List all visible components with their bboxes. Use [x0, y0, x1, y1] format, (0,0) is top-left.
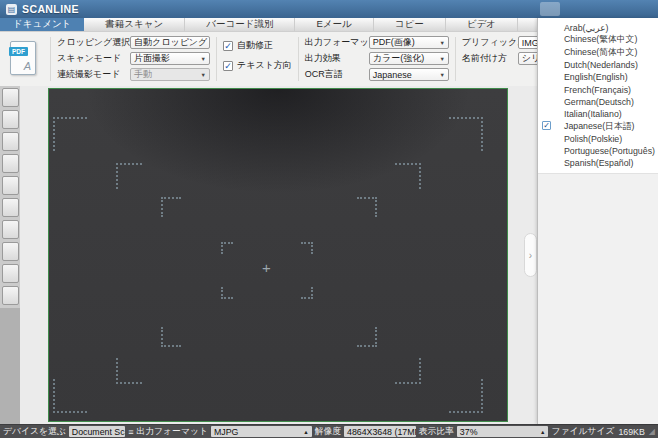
- app-title: SCANLINE: [22, 3, 79, 15]
- setting-combo[interactable]: Japanese ▼: [369, 68, 449, 81]
- pdf-file-icon: PDF A: [10, 41, 36, 75]
- chevron-down-icon: ▼: [439, 72, 444, 78]
- language-menu: Arab(عربي) Chinese(繁体中文) Chinese(简体中文) D…: [538, 18, 658, 173]
- output-format-select: 出力フォーマット PDF(画像) ▼: [305, 36, 449, 49]
- device-select[interactable]: Document Sca ▲: [69, 426, 125, 437]
- center-crosshair: +: [262, 259, 271, 276]
- size-marker-corner: [221, 287, 233, 299]
- setting-label: スキャンモード: [57, 52, 130, 65]
- lang-french[interactable]: French(Français): [538, 83, 658, 95]
- size-marker-corner: [357, 327, 377, 347]
- setting-label: 出力効果: [305, 52, 369, 65]
- resolution-label: 解像度: [315, 426, 341, 438]
- chevron-right-icon: ›: [529, 250, 532, 261]
- titlebar: ▤ SCANLINE: [0, 0, 658, 18]
- size-marker-corner: [116, 358, 142, 384]
- check-icon: [542, 35, 551, 44]
- check-icon: [542, 97, 551, 106]
- setting-label: プリフィックス: [462, 36, 518, 49]
- panel-collapse-handle[interactable]: ›: [524, 233, 537, 277]
- chevron-down-icon: ▼: [201, 72, 206, 78]
- resize-grip-icon[interactable]: ◢: [649, 427, 655, 436]
- checkbox-column: ✓ 自動修正 ✓ テキスト方向: [223, 35, 292, 72]
- lang-chinese-traditional[interactable]: Chinese(繁体中文): [538, 34, 658, 46]
- output-format-preview: PDF A: [2, 35, 44, 81]
- tab-book-scan[interactable]: 書籍スキャン: [84, 18, 185, 31]
- app-window: ▤ SCANLINE ドキュメント書籍スキャンバーコード識別Eメールコピービデオ…: [0, 0, 658, 438]
- settings-column-2: 出力フォーマット PDF(画像) ▼ 出力効果 カラー(強化) ▼ OCR言語 …: [305, 35, 449, 81]
- check-icon: [542, 158, 551, 167]
- setting-combo[interactable]: PDF(画像) ▼: [369, 36, 449, 49]
- setting-label: クロッピング選択: [57, 36, 130, 49]
- setting-combo[interactable]: カラー(強化) ▼: [369, 52, 449, 65]
- check-icon: [542, 146, 551, 155]
- device-settings-icon[interactable]: ≡: [128, 427, 133, 437]
- lang-spanish[interactable]: Spanish(Español): [538, 157, 658, 169]
- check-icon: [542, 23, 551, 32]
- setting-combo[interactable]: 手動 ▼: [130, 68, 210, 81]
- chevron-up-icon: ▲: [303, 429, 308, 435]
- lang-polish[interactable]: Polish(Polskie): [538, 133, 658, 145]
- gear-icon[interactable]: [563, 2, 583, 16]
- language-panel: Arab(عربي) Chinese(繁体中文) Chinese(简体中文) D…: [537, 18, 658, 424]
- checkbox-icon: ✓: [223, 61, 233, 71]
- resolution-select[interactable]: 4864X3648 (17MP) ▲: [344, 426, 416, 437]
- stamp-icon[interactable]: [2, 198, 19, 217]
- check-icon: [542, 72, 551, 81]
- actual-size-icon[interactable]: [2, 176, 19, 195]
- minimize-icon[interactable]: [586, 2, 606, 16]
- camera-icon[interactable]: [2, 286, 19, 305]
- checkbox-icon: ✓: [223, 41, 233, 51]
- tab-copy[interactable]: コピー: [374, 18, 446, 31]
- lang-portuguese[interactable]: Portuguese(Português): [538, 145, 658, 157]
- setting-label: 出力フォーマット: [305, 36, 369, 49]
- format-select[interactable]: MJPG ▲: [211, 426, 312, 437]
- check-icon: [542, 84, 551, 93]
- lang-chinese-simplified[interactable]: Chinese(简体中文): [538, 47, 658, 59]
- close-icon[interactable]: [632, 2, 652, 16]
- size-marker-corner: [449, 379, 483, 413]
- zoom-select[interactable]: 37% ▲: [457, 426, 549, 437]
- dot-grid-icon[interactable]: [2, 220, 19, 239]
- camera-preview[interactable]: +: [48, 88, 508, 422]
- filesize-label: ファイルサイズ: [551, 426, 614, 438]
- lang-japanese[interactable]: ✓ Japanese(日本語): [538, 120, 658, 132]
- size-marker-corner: [395, 163, 421, 189]
- chevron-down-icon: ▼: [439, 40, 444, 46]
- rotate-left-icon[interactable]: [2, 88, 19, 107]
- zoom-in-icon[interactable]: [2, 132, 19, 151]
- lang-dutch[interactable]: Dutch(Nederlands): [538, 59, 658, 71]
- filesize-value: 169KB: [618, 427, 644, 437]
- divider: [298, 37, 299, 81]
- divider: [216, 37, 217, 81]
- scan-mode-select: スキャンモード 片面撮影 ▼: [57, 52, 210, 65]
- text-direction-checkbox[interactable]: ✓ テキスト方向: [223, 59, 292, 72]
- rotate-right-icon[interactable]: [2, 110, 19, 129]
- size-marker-corner: [221, 242, 233, 254]
- tab-document[interactable]: ドキュメント: [0, 18, 84, 31]
- crop-select-icon[interactable]: [2, 264, 19, 283]
- lang-italian[interactable]: Italian(Italiano): [538, 108, 658, 120]
- zoom-out-icon[interactable]: [2, 154, 19, 173]
- tab-barcode[interactable]: バーコード識別: [185, 18, 295, 31]
- dashed-area-icon[interactable]: [2, 242, 19, 261]
- panel-filler: [538, 173, 658, 424]
- size-marker-corner: [161, 327, 181, 347]
- cropping-select: クロッピング選択 自動クロッピング ▼: [57, 36, 210, 49]
- globe-icon[interactable]: [540, 2, 560, 16]
- size-marker-corner: [53, 117, 87, 151]
- format-label: 出力フォーマット: [137, 426, 208, 438]
- setting-combo[interactable]: 片面撮影 ▼: [130, 52, 210, 65]
- tab-email[interactable]: Eメール: [295, 18, 373, 31]
- size-marker-corner: [395, 358, 421, 384]
- zoom-label: 表示比率: [419, 426, 454, 438]
- lang-arabic[interactable]: Arab(عربي): [538, 22, 658, 34]
- auto-correct-checkbox[interactable]: ✓ 自動修正: [223, 39, 292, 52]
- setting-combo[interactable]: 自動クロッピング ▼: [130, 36, 210, 49]
- continuous-mode-select: 連続撮影モード 手動 ▼: [57, 68, 210, 81]
- lang-english[interactable]: English(English): [538, 71, 658, 83]
- setting-label: OCR言語: [305, 68, 369, 81]
- tab-video[interactable]: ビデオ: [446, 18, 518, 31]
- maximize-icon[interactable]: [609, 2, 629, 16]
- lang-german[interactable]: German(Deutsch): [538, 96, 658, 108]
